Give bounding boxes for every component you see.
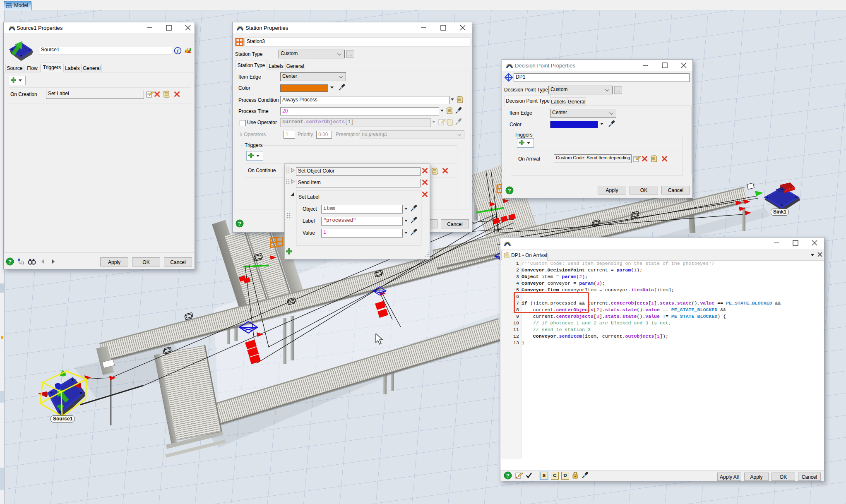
svg-text:i: i (177, 48, 179, 54)
svg-text:?: ? (238, 221, 241, 227)
svg-text:?: ? (506, 473, 510, 479)
svg-text:?: ? (508, 187, 511, 194)
svg-text:?: ? (8, 259, 12, 265)
